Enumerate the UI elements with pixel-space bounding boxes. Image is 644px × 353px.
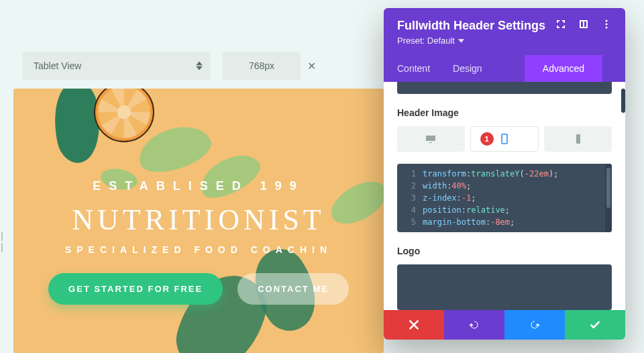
device-desktop-tab[interactable] — [397, 126, 465, 152]
chevron-down-icon — [458, 39, 464, 43]
device-tablet-tab[interactable]: 1 — [470, 126, 539, 152]
cta-get-started-button[interactable]: GET STARTED FOR FREE — [48, 273, 223, 305]
hero-subtitle: SPECIALIZED FOOD COACHIN — [13, 244, 384, 255]
tab-content[interactable]: Content — [397, 55, 430, 82]
desktop-icon — [425, 134, 436, 144]
fullscreen-icon[interactable] — [555, 19, 566, 32]
css-code-editor[interactable]: 1transform:translateY(-22em); 2width:40%… — [397, 164, 612, 232]
preset-dropdown[interactable]: Preset: Default — [397, 36, 545, 46]
undo-icon — [468, 319, 480, 331]
close-icon — [408, 319, 420, 331]
check-icon — [589, 319, 601, 331]
cta-contact-button[interactable]: CONTACT ME — [237, 273, 349, 305]
collapsed-code-block[interactable] — [397, 82, 612, 94]
hero-title: NUTRITIONIST — [13, 203, 384, 237]
panel-title: Fullwidth Header Settings — [397, 19, 545, 33]
tablet-icon — [499, 134, 510, 144]
svg-rect-3 — [502, 134, 507, 144]
svg-point-0 — [605, 19, 607, 21]
view-selector[interactable]: Tablet View — [23, 52, 211, 80]
logo-code-editor[interactable] — [397, 264, 612, 310]
code-scrollbar[interactable] — [605, 164, 612, 232]
badge-count: 1 — [480, 132, 494, 146]
undo-button[interactable] — [444, 310, 504, 340]
save-button[interactable] — [565, 310, 625, 340]
preview-canvas: ESTABLISED 199 NUTRITIONIST SPECIALIZED … — [13, 89, 384, 353]
phone-icon — [573, 134, 584, 144]
viewport-width-input[interactable]: 768px — [223, 52, 301, 80]
viewport-width-value: 768px — [249, 60, 274, 71]
svg-rect-4 — [576, 134, 580, 144]
resize-handle[interactable] — [1, 232, 3, 252]
redo-icon — [529, 319, 541, 331]
svg-point-1 — [605, 23, 607, 25]
view-selector-label: Tablet View — [34, 60, 81, 71]
svg-point-2 — [605, 26, 607, 28]
close-icon[interactable]: ✕ — [307, 60, 316, 72]
redo-button[interactable] — [504, 310, 565, 340]
settings-panel: Fullwidth Header Settings Preset: Defaul… — [384, 8, 625, 340]
device-phone-tab[interactable] — [544, 126, 612, 152]
columns-icon[interactable] — [578, 19, 589, 32]
established-text: ESTABLISED 199 — [13, 179, 384, 193]
section-header-image: Header Image — [397, 107, 612, 118]
tab-design[interactable]: Design — [453, 55, 482, 82]
chevron-up-down-icon — [196, 62, 203, 70]
more-vertical-icon[interactable] — [601, 19, 612, 32]
orange-illustration — [94, 89, 154, 142]
preset-label: Preset: Default — [397, 36, 455, 46]
cancel-button[interactable] — [384, 310, 444, 340]
section-logo: Logo — [397, 246, 612, 256]
panel-scrollbar[interactable] — [621, 89, 625, 223]
tab-advanced[interactable]: Advanced — [525, 55, 602, 82]
